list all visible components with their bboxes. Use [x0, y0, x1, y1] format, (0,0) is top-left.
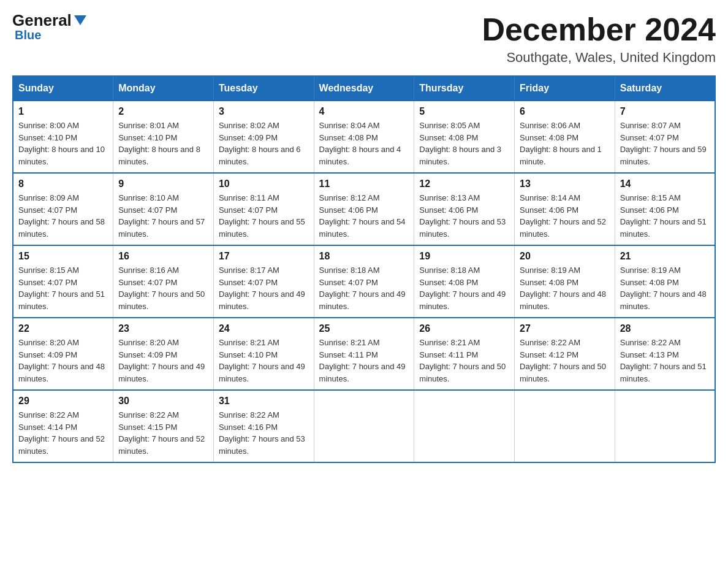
- sunrise-label: Sunrise: 8:13 AM: [419, 193, 480, 202]
- sunrise-label: Sunrise: 8:22 AM: [118, 410, 179, 419]
- sunset-label: Sunset: 4:07 PM: [620, 133, 679, 142]
- header-row: Sunday Monday Tuesday Wednesday Thursday…: [13, 76, 715, 101]
- day-number: 12: [419, 178, 509, 190]
- month-title: December 2024: [482, 12, 716, 47]
- sunset-label: Sunset: 4:11 PM: [419, 350, 478, 359]
- day-number: 13: [520, 178, 610, 190]
- calendar-week-3: 15 Sunrise: 8:15 AM Sunset: 4:07 PM Dayl…: [13, 245, 715, 318]
- sunset-label: Sunset: 4:06 PM: [419, 205, 478, 215]
- sunset-label: Sunset: 4:07 PM: [319, 278, 378, 287]
- calendar-day: 16 Sunrise: 8:16 AM Sunset: 4:07 PM Dayl…: [113, 245, 214, 318]
- daylight-label: Daylight: 8 hours and 10 minutes.: [18, 145, 105, 166]
- calendar-day: 28 Sunrise: 8:22 AM Sunset: 4:13 PM Dayl…: [615, 318, 715, 390]
- day-number: 2: [118, 106, 208, 117]
- sunset-label: Sunset: 4:16 PM: [219, 423, 278, 432]
- day-info: Sunrise: 8:11 AM Sunset: 4:07 PM Dayligh…: [219, 192, 309, 240]
- sunrise-label: Sunrise: 8:09 AM: [18, 193, 79, 202]
- calendar-day: 8 Sunrise: 8:09 AM Sunset: 4:07 PM Dayli…: [13, 173, 113, 245]
- sunset-label: Sunset: 4:07 PM: [18, 205, 77, 215]
- daylight-label: Daylight: 7 hours and 58 minutes.: [18, 217, 105, 239]
- sunset-label: Sunset: 4:07 PM: [219, 205, 278, 215]
- sunset-label: Sunset: 4:08 PM: [520, 278, 578, 287]
- day-number: 9: [118, 178, 208, 190]
- day-info: Sunrise: 8:05 AM Sunset: 4:08 PM Dayligh…: [419, 120, 509, 167]
- calendar-week-4: 22 Sunrise: 8:20 AM Sunset: 4:09 PM Dayl…: [13, 318, 715, 390]
- col-thursday: Thursday: [414, 76, 515, 101]
- sunrise-label: Sunrise: 8:22 AM: [620, 338, 681, 347]
- daylight-label: Daylight: 7 hours and 48 minutes.: [620, 289, 707, 311]
- sunset-label: Sunset: 4:10 PM: [118, 133, 177, 142]
- daylight-label: Daylight: 7 hours and 49 minutes.: [219, 289, 305, 311]
- day-info: Sunrise: 8:00 AM Sunset: 4:10 PM Dayligh…: [18, 120, 108, 167]
- calendar-day: 6 Sunrise: 8:06 AM Sunset: 4:08 PM Dayli…: [515, 101, 615, 173]
- day-number: 22: [18, 323, 108, 334]
- calendar-day: [615, 390, 715, 462]
- day-number: 28: [620, 323, 710, 334]
- sunrise-label: Sunrise: 8:15 AM: [620, 193, 681, 202]
- day-number: 30: [118, 396, 208, 407]
- calendar-day: 2 Sunrise: 8:01 AM Sunset: 4:10 PM Dayli…: [113, 101, 214, 173]
- day-number: 26: [419, 323, 509, 334]
- calendar-day: 14 Sunrise: 8:15 AM Sunset: 4:06 PM Dayl…: [615, 173, 715, 245]
- sunset-label: Sunset: 4:07 PM: [118, 278, 177, 287]
- calendar-table: Sunday Monday Tuesday Wednesday Thursday…: [12, 75, 716, 463]
- day-info: Sunrise: 8:13 AM Sunset: 4:06 PM Dayligh…: [419, 192, 509, 240]
- calendar-day: 23 Sunrise: 8:20 AM Sunset: 4:09 PM Dayl…: [113, 318, 214, 390]
- sunset-label: Sunset: 4:14 PM: [18, 423, 77, 432]
- sunrise-label: Sunrise: 8:12 AM: [319, 193, 380, 202]
- daylight-label: Daylight: 7 hours and 52 minutes.: [18, 434, 105, 456]
- calendar-day: 7 Sunrise: 8:07 AM Sunset: 4:07 PM Dayli…: [615, 101, 715, 173]
- sunset-label: Sunset: 4:09 PM: [118, 350, 177, 359]
- sunrise-label: Sunrise: 8:01 AM: [118, 121, 179, 130]
- col-tuesday: Tuesday: [213, 76, 314, 101]
- daylight-label: Daylight: 8 hours and 1 minute.: [520, 145, 602, 166]
- day-number: 24: [219, 323, 309, 334]
- sunrise-label: Sunrise: 8:21 AM: [419, 338, 480, 347]
- day-number: 14: [620, 178, 710, 190]
- calendar-day: 21 Sunrise: 8:19 AM Sunset: 4:08 PM Dayl…: [615, 245, 715, 318]
- sunrise-label: Sunrise: 8:05 AM: [419, 121, 480, 130]
- day-number: 1: [18, 106, 108, 117]
- sunrise-label: Sunrise: 8:22 AM: [520, 338, 580, 347]
- day-number: 7: [620, 106, 710, 117]
- sunrise-label: Sunrise: 8:18 AM: [419, 266, 480, 275]
- daylight-label: Daylight: 8 hours and 3 minutes.: [419, 145, 501, 166]
- sunset-label: Sunset: 4:08 PM: [319, 133, 378, 142]
- daylight-label: Daylight: 7 hours and 53 minutes.: [219, 434, 305, 456]
- logo: General Blue: [12, 12, 86, 42]
- day-number: 8: [18, 178, 108, 190]
- sunset-label: Sunset: 4:06 PM: [620, 205, 679, 215]
- day-number: 18: [319, 251, 409, 262]
- day-info: Sunrise: 8:06 AM Sunset: 4:08 PM Dayligh…: [520, 120, 610, 167]
- sunset-label: Sunset: 4:08 PM: [419, 133, 478, 142]
- logo-arrow-icon: [74, 15, 86, 25]
- daylight-label: Daylight: 8 hours and 6 minutes.: [219, 145, 301, 166]
- daylight-label: Daylight: 8 hours and 8 minutes.: [118, 145, 200, 166]
- day-info: Sunrise: 8:18 AM Sunset: 4:08 PM Dayligh…: [419, 264, 509, 312]
- calendar-day: 27 Sunrise: 8:22 AM Sunset: 4:12 PM Dayl…: [515, 318, 615, 390]
- sunrise-label: Sunrise: 8:19 AM: [520, 266, 580, 275]
- day-number: 3: [219, 106, 309, 117]
- daylight-label: Daylight: 7 hours and 49 minutes.: [118, 362, 205, 383]
- calendar-day: 9 Sunrise: 8:10 AM Sunset: 4:07 PM Dayli…: [113, 173, 214, 245]
- daylight-label: Daylight: 7 hours and 49 minutes.: [319, 362, 406, 383]
- day-number: 4: [319, 106, 409, 117]
- calendar-day: 1 Sunrise: 8:00 AM Sunset: 4:10 PM Dayli…: [13, 101, 113, 173]
- sunset-label: Sunset: 4:13 PM: [620, 350, 679, 359]
- day-info: Sunrise: 8:22 AM Sunset: 4:15 PM Dayligh…: [118, 409, 208, 457]
- day-info: Sunrise: 8:15 AM Sunset: 4:07 PM Dayligh…: [18, 264, 108, 312]
- calendar-day: [515, 390, 615, 462]
- calendar-day: 31 Sunrise: 8:22 AM Sunset: 4:16 PM Dayl…: [213, 390, 314, 462]
- calendar-day: 22 Sunrise: 8:20 AM Sunset: 4:09 PM Dayl…: [13, 318, 113, 390]
- daylight-label: Daylight: 7 hours and 51 minutes.: [620, 217, 707, 239]
- day-info: Sunrise: 8:16 AM Sunset: 4:07 PM Dayligh…: [118, 264, 208, 312]
- calendar-day: 20 Sunrise: 8:19 AM Sunset: 4:08 PM Dayl…: [515, 245, 615, 318]
- day-info: Sunrise: 8:22 AM Sunset: 4:12 PM Dayligh…: [520, 337, 610, 385]
- sunrise-label: Sunrise: 8:21 AM: [319, 338, 380, 347]
- daylight-label: Daylight: 7 hours and 52 minutes.: [520, 217, 606, 239]
- day-info: Sunrise: 8:20 AM Sunset: 4:09 PM Dayligh…: [18, 337, 108, 385]
- sunset-label: Sunset: 4:07 PM: [118, 205, 177, 215]
- sunset-label: Sunset: 4:11 PM: [319, 350, 378, 359]
- col-wednesday: Wednesday: [314, 76, 414, 101]
- day-info: Sunrise: 8:22 AM Sunset: 4:13 PM Dayligh…: [620, 337, 710, 385]
